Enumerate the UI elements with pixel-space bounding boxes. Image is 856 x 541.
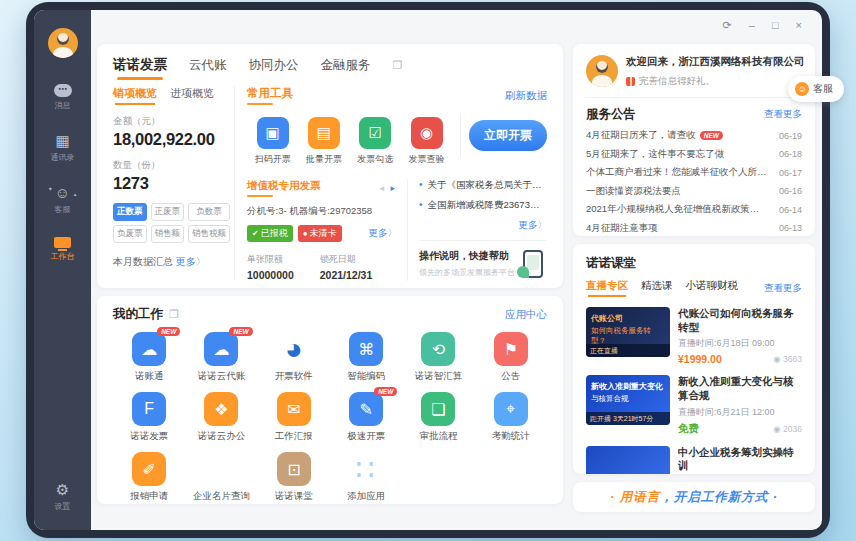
tool-invoice-verify[interactable]: ◉ 发票查验 [401, 117, 452, 166]
announcement-item[interactable]: 2021年小规模纳税人免征增值税新政策… 06-14 [586, 203, 802, 216]
tab-cloud-accounting[interactable]: 云代账 [189, 57, 227, 80]
tab-sales-overview[interactable]: 销项概览 [113, 86, 157, 105]
filter-positive-invoice[interactable]: 正数票 [113, 203, 147, 221]
refresh-data-link[interactable]: 刷新数据 [505, 89, 547, 103]
machine-info: 分机号:3- 机器编号:29702358 [247, 205, 397, 218]
vat-more-link[interactable]: 更多〉 [369, 227, 398, 240]
screen-icon: ⊡ [277, 452, 311, 486]
announcement-item[interactable]: 5月征期来了，这件事不要忘了做 06-18 [586, 148, 802, 161]
product-tabs: 诺诺发票 云代账 协同办公 金融服务 ❐ [113, 56, 547, 80]
tab-nuonuo-invoice[interactable]: 诺诺发票 [113, 56, 167, 80]
sidebar-item-workbench[interactable]: 工作台 [51, 237, 75, 262]
app-nuonuo-invoice[interactable]: F 诺诺发票 [113, 392, 185, 443]
app-nuozhangtong[interactable]: ☁ NEW 诺账通 [113, 332, 185, 383]
announcements-title: 服务公告 [586, 106, 636, 123]
classroom-more-link[interactable]: 查看更多 [764, 282, 802, 295]
count-label: 数量（份） [113, 159, 224, 172]
tab-live-zone[interactable]: 直播专区 [586, 279, 628, 297]
news-item[interactable]: • 关于《国家税务总局关于办理… [419, 179, 547, 192]
welcome-card: 欢迎回来，浙江西溪网络科技有限公司 完善信息得好礼。 服务公告 查看更多 [573, 44, 815, 236]
course-price: 免费 [678, 422, 699, 436]
tab-featured-courses[interactable]: 精选课 [641, 279, 673, 297]
tab-purchase-overview[interactable]: 进项概览 [170, 86, 214, 105]
gift-icon [626, 77, 635, 86]
welcome-sub[interactable]: 完善信息得好礼。 [639, 75, 715, 88]
external-link-icon[interactable]: ❐ [393, 59, 403, 78]
summary-more-link[interactable]: 更多〉 [176, 256, 206, 267]
app-company-card-search[interactable]: ☌ 企业名片查询 [185, 452, 257, 503]
sidebar-item-settings[interactable]: ⚙ 设置 [55, 482, 71, 512]
news-item[interactable]: • 全国新增减税降费23673亿元 [419, 199, 547, 212]
course-thumbnail: 新收入准则重大变化 与核算合规 距开播 3天21时57分 [586, 375, 670, 425]
app-smart-coding[interactable]: ⌘ 智能编码 [330, 332, 402, 383]
app-approval-flow[interactable]: ❏ 审批流程 [402, 392, 474, 443]
classroom-tabs: 直播专区 精选课 小诺聊财税 查看更多 [586, 279, 802, 297]
announcements-more-link[interactable]: 查看更多 [764, 108, 802, 121]
app-cloud-office[interactable]: ❖ 诺诺云办公 [185, 392, 257, 443]
app-expense-claim[interactable]: ✐ 报销申请 [113, 452, 185, 503]
divider [586, 97, 802, 98]
count-value: 1273 [113, 174, 224, 193]
app-announcement[interactable]: ⚑ 公告 [475, 332, 547, 383]
vat-status-row: ✔已报税 ●未清卡 更多〉 [247, 225, 397, 242]
logo-circle-icon: ◕ [277, 332, 311, 366]
filter-negative-invoice[interactable]: 负数票 [188, 203, 230, 221]
app-invoice-software[interactable]: ◕ 开票软件 [258, 332, 330, 383]
prev-arrow-icon[interactable]: ◂ [379, 183, 386, 193]
desktop-background: ⋯ 消息 ▦ 通讯录 ☺ 客服 工作台 ⚙ 设置 [0, 0, 856, 541]
minimize-icon[interactable]: – [749, 20, 755, 31]
device-frame: ⋯ 消息 ▦ 通讯录 ☺ 客服 工作台 ⚙ 设置 [26, 2, 830, 538]
titlebar: ⟳ – □ × [91, 10, 822, 40]
create-invoice-button[interactable]: 立即开票 [469, 120, 547, 151]
new-badge: NEW [700, 131, 723, 140]
news-more-link[interactable]: 更多〉 [519, 219, 548, 230]
announcement-item[interactable]: 一图读懂资源税法要点 06-16 [586, 185, 802, 198]
sidebar-item-service[interactable]: ☺ 客服 [55, 185, 71, 215]
app-classroom[interactable]: ⊡ 诺诺课堂 [258, 452, 330, 503]
tab-finance-talk[interactable]: 小诺聊财税 [686, 279, 739, 297]
filter-sales-amount[interactable]: 销售额 [151, 225, 185, 243]
vat-pager: ◂ ▸ [379, 183, 397, 193]
company-avatar[interactable] [586, 55, 618, 87]
announcement-item[interactable]: 4月征期注意事项 06-13 [586, 222, 802, 235]
app-attendance[interactable]: ⌖ 考勤统计 [475, 392, 547, 443]
course-item[interactable]: 代账公司 如何向税务服务转型？ 正在直播 代账公司如何向税务服务转型 直播时间:… [586, 307, 802, 365]
announcement-item[interactable]: 4月征期日历来了，请查收 NEW 06-19 [586, 129, 802, 142]
tool-scan-invoice[interactable]: ▣ 扫码开票 [247, 117, 298, 166]
contacts-icon: ▦ [55, 133, 69, 149]
check-icon: ✔ [252, 229, 259, 238]
user-avatar[interactable] [48, 28, 78, 58]
app-add-application[interactable]: ∷ 添加应用 [330, 452, 402, 503]
tool-invoice-select[interactable]: ☑ 发票勾选 [350, 117, 401, 166]
maximize-icon[interactable]: □ [772, 20, 779, 31]
app-work-report[interactable]: ✉ 工作汇报 [258, 392, 330, 443]
app-grid: ☁ NEW 诺账通 ☁ NEW 诺诺云代账 ◕ [113, 332, 547, 503]
tab-finance[interactable]: 金融服务 [321, 57, 371, 80]
course-item[interactable]: 新收入准则重大变化 与核算合规 距开播 3天21时57分 新收入准则重大变化与核… [586, 375, 802, 435]
refresh-window-icon[interactable]: ⟳ [723, 20, 732, 31]
app-fast-invoice[interactable]: ✎ NEW 极速开票 [330, 392, 402, 443]
help-banner[interactable]: 操作说明，快捷帮助 领先的多场景发票服务平台 [419, 240, 547, 278]
course-item[interactable]: 中小企业税务筹划实操特训 [586, 446, 802, 474]
bullet-icon: • [419, 199, 423, 210]
panes-icon: ❏ [421, 392, 455, 426]
customer-service-tab[interactable]: ☺ 客服 [788, 76, 844, 102]
announcement-item[interactable]: 个体工商户看过来！您能减半征收个人所… 06-17 [586, 166, 802, 179]
filter-positive-void[interactable]: 正废票 [151, 203, 185, 221]
app-smart-tax-calc[interactable]: ⟲ 诺诺智汇算 [402, 332, 474, 383]
sidebar-item-messages[interactable]: ⋯ 消息 [54, 84, 72, 111]
slogan-banner[interactable]: · 用语言，开启工作新方式 · [573, 482, 815, 512]
close-icon[interactable]: × [796, 20, 802, 31]
app-cloud-accounting[interactable]: ☁ NEW 诺诺云代账 [185, 332, 257, 383]
filter-negative-void[interactable]: 负废票 [113, 225, 147, 243]
app-center-link[interactable]: 应用中心 [505, 308, 547, 322]
tab-collaboration[interactable]: 协同办公 [249, 57, 299, 80]
edit-icon[interactable]: ❐ [169, 308, 179, 321]
tax-reported-badge: ✔已报税 [247, 225, 293, 242]
sidebar-item-contacts[interactable]: ▦ 通讯录 [51, 133, 75, 163]
my-work-title: 我的工作 [113, 306, 163, 323]
tax-news-panel: • 关于《国家税务总局关于办理… • 全国新增减税降费23673亿元 更多〉 [407, 179, 547, 281]
tool-batch-invoice[interactable]: ▤ 批量开票 [298, 117, 349, 166]
filter-sales-tax[interactable]: 销售税额 [188, 225, 230, 243]
next-arrow-icon[interactable]: ▸ [390, 183, 397, 193]
